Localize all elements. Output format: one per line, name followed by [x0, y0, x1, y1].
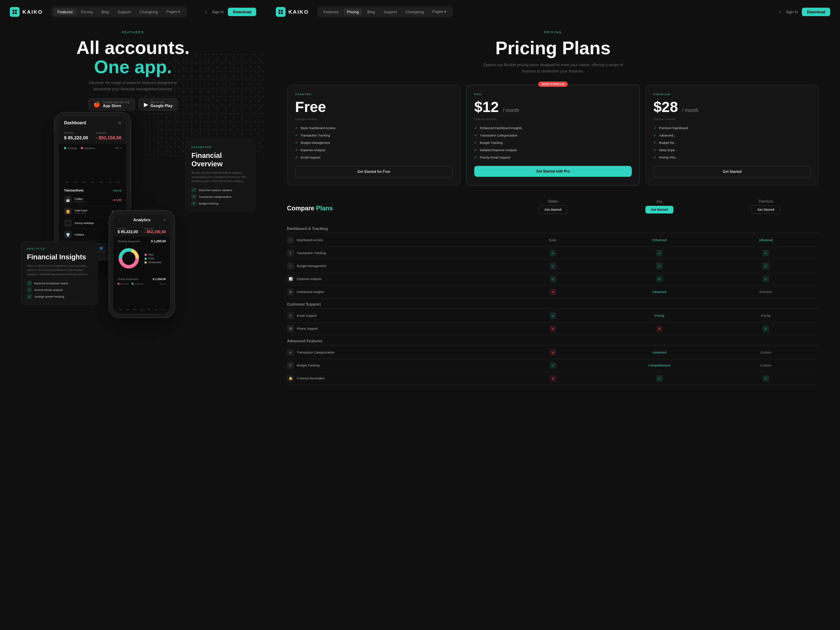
nav-link-pricing[interactable]: Pricing [78, 8, 96, 16]
yearly-label: Yearly Expenses [118, 278, 138, 281]
feature-label-expense: Expense Analysis [297, 277, 322, 281]
download-button[interactable]: Download [228, 8, 256, 16]
monthly-value: $ 1,250,50 [151, 239, 166, 243]
svg-rect-3 [15, 12, 17, 14]
check-premium-expense: ✓ [763, 276, 769, 282]
starter-check-5: ✓ [295, 155, 298, 159]
compare-starter-btn[interactable]: Get Started [538, 205, 568, 214]
apple-icon: 🍎 [93, 101, 101, 108]
premium-feature-2: Advanced... [659, 134, 676, 137]
feature-label-3: Budget tracking [199, 202, 218, 205]
pro-dashboard: Enhanced [606, 238, 713, 242]
app-store-button[interactable]: 🍎 Download on the App Store [88, 98, 135, 111]
overview-title: Financial Overview [191, 151, 249, 168]
starter-phone: ✕ [500, 325, 606, 332]
ylabel-jun: Jun [153, 308, 159, 311]
right-nav-pages[interactable]: Pages ▾ [429, 8, 450, 16]
premium-check-4: ✓ [654, 148, 656, 152]
starter-f2: ✓ Transaction Tracking [295, 132, 453, 139]
features-hero: FEATURES All accounts. One app. Discover… [0, 24, 266, 111]
app-store-small: Download on the [103, 101, 130, 104]
right-panel: KAIKO Features Pricing Blog Support Chan… [266, 0, 840, 630]
contract-icon: 🔔 [287, 375, 294, 382]
feature-dashboard-access: ⊙ Dashboard Access [287, 237, 500, 243]
starter-dashboard: Basic [500, 238, 606, 242]
nav-link-pages[interactable]: Pages ▾ [163, 8, 184, 16]
check-icon-2: ✓ [191, 194, 196, 199]
logo[interactable]: KAIKO [10, 7, 43, 17]
nav-link-support[interactable]: Support [114, 8, 134, 16]
premium-btn[interactable]: Get Started [654, 166, 811, 177]
starter-f5: ✓ Email Support [295, 154, 453, 161]
right-nav-changelog[interactable]: Changelog [402, 8, 427, 16]
analytics-settings-icon: ⚙ [163, 218, 166, 221]
feature-label-contract: Contract Reminders [297, 377, 325, 380]
pricing-label: PRICING [287, 30, 819, 34]
pro-phone: ✕ [606, 325, 713, 332]
right-search-icon[interactable]: ○ [779, 9, 782, 15]
pro-insights-val: Advanced [652, 290, 666, 294]
pro-budget: ✓ [606, 263, 713, 269]
pro-btn[interactable]: Get Started with Pro [474, 166, 632, 177]
month-feb: Feb [73, 181, 79, 183]
right-nav-support[interactable]: Support [380, 8, 400, 16]
compare-pro-btn[interactable]: Get Started [646, 206, 674, 213]
premium-email: Priority [713, 314, 819, 317]
feature-label-budget: Budget Management [297, 264, 326, 268]
row-transaction-tracking: $ Transaction Tracking ✓ ✓ ✓ [287, 247, 819, 260]
fastfood-cat: Restaurants [74, 212, 107, 214]
compare-title-accent: Plans [316, 205, 333, 212]
premium-f5: ✓ Priority Pho... [654, 154, 811, 161]
insights-icon: ▣ [287, 288, 294, 295]
analytics-stats: Earnings $ 85,222,00 Expenses - $52,150,… [114, 225, 170, 237]
compare-premium-btn[interactable]: Get Started [752, 205, 780, 214]
pro-f5: ✓ Priority Email Support [474, 154, 632, 161]
food-label: Food [148, 257, 154, 260]
premium-insights: Premium [713, 290, 819, 294]
right-nav-blog[interactable]: Blog [364, 8, 378, 16]
premium-transaction: ✓ [713, 250, 819, 256]
search-icon[interactable]: ○ [205, 9, 208, 15]
signin-link[interactable]: Sign In [212, 10, 224, 14]
nav-link-changelog[interactable]: Changelog [136, 8, 161, 16]
row-dashboard-access: ⊙ Dashboard Access Basic Enhanced Advanc… [287, 234, 819, 247]
right-logo[interactable]: KAIKO [276, 7, 309, 17]
google-play-button[interactable]: ▶ GET IT ON Google Play [139, 98, 178, 111]
row-expense-analysis: 📊 Expense Analysis ✓ ✓ ✓ [287, 273, 819, 286]
starter-btn[interactable]: Get Started for Free [295, 166, 453, 177]
overview-feature-2: ✓ Transaction categorization [191, 194, 249, 199]
overview-feature-3: ✓ Budget tracking [191, 201, 249, 206]
earnings-label: Earnings [64, 132, 88, 134]
right-signin-link[interactable]: Sign In [786, 10, 797, 14]
compare-header: Compare Plans Starter Get Started Pro Ge… [287, 199, 819, 217]
feature-dashboard-insights: ▣ Dashboard Insights [287, 288, 500, 295]
transaction-coffee: ☕ Coffee Restaurants - $ 3,99 [64, 194, 122, 206]
pro-check-5: ✓ [474, 155, 477, 159]
rent-label: Rent [148, 253, 154, 256]
compare-section: Compare Plans Starter Get Started Pro Ge… [266, 199, 840, 385]
check-icon-1: ✓ [191, 188, 196, 193]
starter-check-4: ✓ [295, 148, 298, 152]
nav-link-blog[interactable]: Blog [98, 8, 112, 16]
check-pro-expense: ✓ [656, 276, 663, 282]
nav-contacts[interactable]: 👥Contacts [97, 246, 105, 253]
check-starter-budget: ✓ [550, 263, 556, 269]
nav-link-features[interactable]: Features [54, 8, 76, 16]
starter-expense: ✓ [500, 276, 606, 282]
feature-label-insights: Dashboard Insights [297, 290, 324, 294]
insights-check-2: ✓ [27, 287, 32, 292]
legend-rent: Rent [145, 253, 162, 256]
view-all-link[interactable]: View All [113, 189, 122, 192]
compare-starter-label: Starter [500, 199, 606, 203]
check-starter-transaction: ✓ [550, 250, 556, 256]
insights-check-1: ✓ [27, 281, 32, 286]
pro-f1: ✓ Enhanced Dashboard Insights [474, 124, 632, 132]
right-nav-features[interactable]: Features [320, 8, 342, 16]
right-download-button[interactable]: Download [802, 8, 830, 16]
premium-f3: ✓ Budget Re... [654, 139, 811, 146]
insights-feature-3: ✓ Savings growth tracking [27, 294, 92, 299]
insights-feature-1: ✓ Expense breakdown charts [27, 281, 92, 286]
right-nav-pricing[interactable]: Pricing [344, 8, 363, 16]
feature-budget-tracking: ≣ Budget Tracking [287, 362, 500, 369]
row-phone-support: ☎ Phone Support ✕ ✕ ✓ [287, 322, 819, 335]
